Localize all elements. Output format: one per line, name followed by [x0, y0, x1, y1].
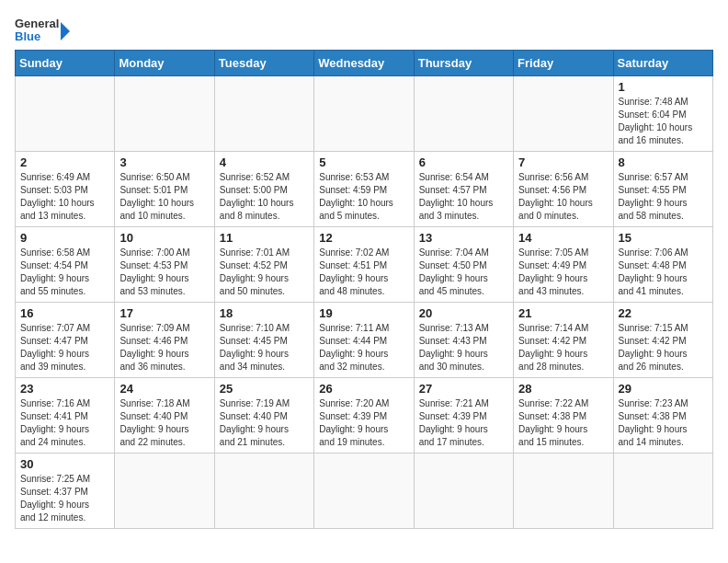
- calendar-cell: 3Sunrise: 6:50 AM Sunset: 5:01 PM Daylig…: [115, 152, 214, 227]
- day-number: 12: [319, 231, 408, 245]
- calendar-week-1: 2Sunrise: 6:49 AM Sunset: 5:03 PM Daylig…: [16, 152, 713, 227]
- calendar-cell: [514, 76, 613, 152]
- weekday-sunday: Sunday: [16, 51, 115, 76]
- calendar-cell: [613, 454, 712, 529]
- day-info: Sunrise: 6:56 AM Sunset: 4:56 PM Dayligh…: [518, 171, 608, 223]
- day-number: 10: [119, 231, 209, 245]
- day-info: Sunrise: 7:13 AM Sunset: 4:43 PM Dayligh…: [419, 322, 508, 373]
- day-info: Sunrise: 6:50 AM Sunset: 5:01 PM Dayligh…: [119, 171, 209, 223]
- day-info: Sunrise: 7:00 AM Sunset: 4:53 PM Dayligh…: [119, 247, 209, 298]
- calendar-cell: [314, 454, 414, 529]
- day-number: 11: [220, 231, 309, 245]
- day-number: 8: [619, 155, 708, 169]
- calendar-cell: 20Sunrise: 7:13 AM Sunset: 4:43 PM Dayli…: [414, 303, 513, 378]
- page-header: GeneralBlue: [15, 15, 713, 42]
- calendar-cell: [214, 454, 313, 529]
- svg-marker-2: [61, 22, 70, 40]
- day-number: 24: [119, 382, 209, 396]
- day-info: Sunrise: 7:09 AM Sunset: 4:46 PM Dayligh…: [119, 322, 209, 373]
- calendar-cell: 27Sunrise: 7:21 AM Sunset: 4:39 PM Dayli…: [414, 378, 513, 454]
- calendar-week-2: 9Sunrise: 6:58 AM Sunset: 4:54 PM Daylig…: [16, 227, 713, 303]
- day-number: 21: [518, 306, 608, 320]
- day-info: Sunrise: 7:23 AM Sunset: 4:38 PM Dayligh…: [619, 397, 708, 449]
- day-number: 9: [20, 231, 109, 245]
- calendar-cell: 21Sunrise: 7:14 AM Sunset: 4:42 PM Dayli…: [514, 303, 613, 378]
- day-info: Sunrise: 7:07 AM Sunset: 4:47 PM Dayligh…: [20, 322, 109, 373]
- day-number: 26: [319, 382, 408, 396]
- day-info: Sunrise: 7:06 AM Sunset: 4:48 PM Dayligh…: [619, 247, 708, 298]
- day-number: 29: [619, 382, 708, 396]
- calendar-cell: 24Sunrise: 7:18 AM Sunset: 4:40 PM Dayli…: [115, 378, 214, 454]
- calendar-cell: 12Sunrise: 7:02 AM Sunset: 4:51 PM Dayli…: [314, 227, 414, 303]
- calendar-cell: 19Sunrise: 7:11 AM Sunset: 4:44 PM Dayli…: [314, 303, 414, 378]
- calendar-body: 1Sunrise: 7:48 AM Sunset: 6:04 PM Daylig…: [16, 76, 713, 529]
- day-info: Sunrise: 6:54 AM Sunset: 4:57 PM Dayligh…: [419, 171, 508, 223]
- logo-icon: GeneralBlue: [15, 15, 70, 42]
- day-info: Sunrise: 7:25 AM Sunset: 4:37 PM Dayligh…: [20, 473, 109, 524]
- day-number: 19: [319, 306, 408, 320]
- calendar-cell: 23Sunrise: 7:16 AM Sunset: 4:41 PM Dayli…: [16, 378, 115, 454]
- calendar-cell: [115, 76, 214, 152]
- day-number: 7: [518, 155, 608, 169]
- calendar-cell: [214, 76, 313, 152]
- calendar-cell: 5Sunrise: 6:53 AM Sunset: 4:59 PM Daylig…: [314, 152, 414, 227]
- calendar-cell: 8Sunrise: 6:57 AM Sunset: 4:55 PM Daylig…: [613, 152, 712, 227]
- day-number: 20: [419, 306, 508, 320]
- day-info: Sunrise: 6:52 AM Sunset: 5:00 PM Dayligh…: [220, 171, 309, 223]
- calendar-table: SundayMondayTuesdayWednesdayThursdayFrid…: [15, 50, 713, 529]
- calendar-cell: 11Sunrise: 7:01 AM Sunset: 4:52 PM Dayli…: [214, 227, 313, 303]
- svg-text:General: General: [15, 17, 59, 30]
- calendar-cell: 15Sunrise: 7:06 AM Sunset: 4:48 PM Dayli…: [613, 227, 712, 303]
- day-info: Sunrise: 7:15 AM Sunset: 4:42 PM Dayligh…: [619, 322, 708, 373]
- day-info: Sunrise: 7:19 AM Sunset: 4:40 PM Dayligh…: [220, 397, 309, 449]
- calendar-cell: 28Sunrise: 7:22 AM Sunset: 4:38 PM Dayli…: [514, 378, 613, 454]
- calendar-cell: [314, 76, 414, 152]
- calendar-week-0: 1Sunrise: 7:48 AM Sunset: 6:04 PM Daylig…: [16, 76, 713, 152]
- day-info: Sunrise: 7:21 AM Sunset: 4:39 PM Dayligh…: [419, 397, 508, 449]
- calendar-cell: 4Sunrise: 6:52 AM Sunset: 5:00 PM Daylig…: [214, 152, 313, 227]
- weekday-monday: Monday: [115, 51, 214, 76]
- calendar-cell: 7Sunrise: 6:56 AM Sunset: 4:56 PM Daylig…: [514, 152, 613, 227]
- day-info: Sunrise: 7:11 AM Sunset: 4:44 PM Dayligh…: [319, 322, 408, 373]
- day-info: Sunrise: 7:01 AM Sunset: 4:52 PM Dayligh…: [220, 247, 309, 298]
- day-info: Sunrise: 7:22 AM Sunset: 4:38 PM Dayligh…: [518, 397, 608, 449]
- calendar-cell: 29Sunrise: 7:23 AM Sunset: 4:38 PM Dayli…: [613, 378, 712, 454]
- day-info: Sunrise: 7:14 AM Sunset: 4:42 PM Dayligh…: [518, 322, 608, 373]
- day-info: Sunrise: 7:10 AM Sunset: 4:45 PM Dayligh…: [220, 322, 309, 373]
- day-number: 18: [220, 306, 309, 320]
- day-number: 15: [619, 231, 708, 245]
- day-number: 17: [119, 306, 209, 320]
- calendar-cell: 6Sunrise: 6:54 AM Sunset: 4:57 PM Daylig…: [414, 152, 513, 227]
- day-number: 25: [220, 382, 309, 396]
- day-number: 28: [518, 382, 608, 396]
- calendar-cell: [414, 76, 513, 152]
- day-info: Sunrise: 6:57 AM Sunset: 4:55 PM Dayligh…: [619, 171, 708, 223]
- day-number: 14: [518, 231, 608, 245]
- calendar-cell: 25Sunrise: 7:19 AM Sunset: 4:40 PM Dayli…: [214, 378, 313, 454]
- calendar-week-4: 23Sunrise: 7:16 AM Sunset: 4:41 PM Dayli…: [16, 378, 713, 454]
- calendar-cell: 22Sunrise: 7:15 AM Sunset: 4:42 PM Dayli…: [613, 303, 712, 378]
- calendar-cell: [115, 454, 214, 529]
- day-number: 13: [419, 231, 508, 245]
- day-number: 3: [119, 155, 209, 169]
- weekday-thursday: Thursday: [414, 51, 513, 76]
- calendar-cell: 9Sunrise: 6:58 AM Sunset: 4:54 PM Daylig…: [16, 227, 115, 303]
- day-number: 30: [20, 457, 109, 471]
- day-number: 23: [20, 382, 109, 396]
- day-info: Sunrise: 7:20 AM Sunset: 4:39 PM Dayligh…: [319, 397, 408, 449]
- calendar-cell: 13Sunrise: 7:04 AM Sunset: 4:50 PM Dayli…: [414, 227, 513, 303]
- day-number: 5: [319, 155, 408, 169]
- calendar-cell: [414, 454, 513, 529]
- day-info: Sunrise: 7:05 AM Sunset: 4:49 PM Dayligh…: [518, 247, 608, 298]
- day-info: Sunrise: 7:04 AM Sunset: 4:50 PM Dayligh…: [419, 247, 508, 298]
- calendar-cell: [514, 454, 613, 529]
- day-number: 2: [20, 155, 109, 169]
- weekday-saturday: Saturday: [613, 51, 712, 76]
- calendar-week-5: 30Sunrise: 7:25 AM Sunset: 4:37 PM Dayli…: [16, 454, 713, 529]
- calendar-cell: 1Sunrise: 7:48 AM Sunset: 6:04 PM Daylig…: [613, 76, 712, 152]
- logo: GeneralBlue: [15, 15, 70, 42]
- day-info: Sunrise: 7:02 AM Sunset: 4:51 PM Dayligh…: [319, 247, 408, 298]
- day-number: 22: [619, 306, 708, 320]
- weekday-wednesday: Wednesday: [314, 51, 414, 76]
- day-info: Sunrise: 6:58 AM Sunset: 4:54 PM Dayligh…: [20, 247, 109, 298]
